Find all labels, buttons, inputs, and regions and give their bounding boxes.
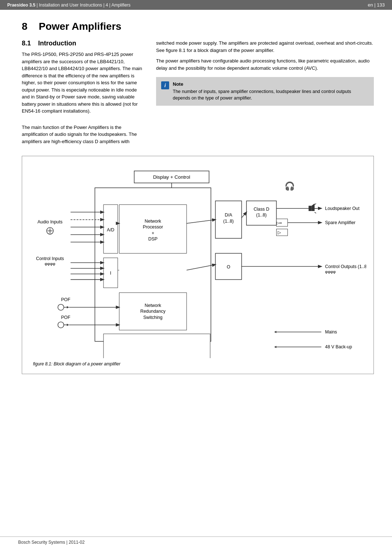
main-content: 8 Power Amplifiers 8.1 Introduction The … <box>0 10 392 392</box>
block-diagram: Display + Control Network Processor + DS… <box>29 163 366 358</box>
svg-text:Display + Control: Display + Control <box>153 174 190 180</box>
brand-name: Praesideo 3.5 <box>7 3 35 8</box>
svg-text:Processor: Processor <box>143 224 163 230</box>
svg-text:Control Inputs: Control Inputs <box>36 256 64 261</box>
svg-text:(1..8): (1..8) <box>223 219 234 224</box>
svg-marker-45 <box>67 306 69 308</box>
svg-point-48 <box>58 322 64 328</box>
svg-marker-74 <box>274 331 276 333</box>
svg-text:(1..8): (1..8) <box>256 212 267 218</box>
header-section-name: Amplifiers <box>111 3 131 8</box>
svg-text:A/D: A/D <box>107 227 114 232</box>
chapter-title-space <box>30 21 36 32</box>
note-title: Note <box>173 81 369 87</box>
page-footer: Bosch Security Systems | 2011-02 <box>0 536 392 548</box>
svg-rect-57 <box>309 206 311 211</box>
section-title: Introduction <box>38 40 76 47</box>
svg-text:🎧: 🎧 <box>285 181 295 191</box>
svg-line-61 <box>315 212 316 213</box>
note-text: The number of inputs, spare amplifier co… <box>173 88 369 101</box>
right-para1: switched mode power supply. The amplifie… <box>156 40 374 54</box>
right-para2: The power amplifiers have configurable a… <box>156 57 374 72</box>
header-section-num: 4 <box>106 3 108 8</box>
svg-text:D/A: D/A <box>225 212 232 218</box>
lang-label: en <box>368 2 373 8</box>
svg-text:O: O <box>227 264 230 270</box>
svg-text:Mains: Mains <box>325 329 337 335</box>
footer-date: 2011-02 <box>69 540 85 545</box>
diagram-container: Display + Control Network Processor + DS… <box>22 156 374 374</box>
svg-text:Network: Network <box>145 219 162 224</box>
intro-section: 8.1 Introduction The PRS-1P500, PRS-2P25… <box>22 40 374 149</box>
svg-rect-16 <box>103 334 210 358</box>
svg-text:Loudspeaker Out: Loudspeaker Out <box>325 206 360 211</box>
header-title: Praesideo 3.5 | Installation and User In… <box>7 3 131 8</box>
left-column: 8.1 Introduction The PRS-1P500, PRS-2P25… <box>22 40 145 149</box>
diagram-caption: figure 8.1: Block diagram of a power amp… <box>33 361 366 366</box>
right-column: switched mode power supply. The amplifie… <box>156 40 374 149</box>
svg-text:POF: POF <box>61 315 70 320</box>
svg-text:Control Outputs (1..8): Control Outputs (1..8) <box>325 264 366 269</box>
note-content: Note The number of inputs, spare amplifi… <box>173 81 369 101</box>
page-number: en | 133 <box>368 2 385 8</box>
svg-text:Spare Amplifier: Spare Amplifier <box>325 220 356 225</box>
svg-point-43 <box>58 304 64 310</box>
svg-text:+: + <box>152 231 154 236</box>
intro-para1: The PRS-1P500, PRS-2P250 and PRS-4P125 p… <box>22 51 145 115</box>
svg-marker-50 <box>67 324 69 326</box>
svg-text:Switching: Switching <box>143 315 163 320</box>
header-subtitle: Installation and User Instructions <box>39 3 102 8</box>
info-icon: i <box>161 81 169 89</box>
svg-text:▷: ▷ <box>278 230 281 235</box>
chapter-number: 8 <box>22 21 28 32</box>
svg-text:POF: POF <box>61 297 70 302</box>
svg-text:φφφφ: φφφφ <box>325 270 336 274</box>
footer-company: Bosch Security Systems <box>18 540 65 545</box>
svg-line-59 <box>315 203 316 204</box>
page-header: Praesideo 3.5 | Installation and User In… <box>0 0 392 10</box>
svg-text:Redundancy: Redundancy <box>140 309 166 314</box>
svg-text:Audio Inputs: Audio Inputs <box>37 219 62 224</box>
svg-text:Class D: Class D <box>254 207 269 212</box>
svg-marker-58 <box>311 203 314 211</box>
svg-line-54 <box>242 212 246 218</box>
svg-text:48 V Back-up: 48 V Back-up <box>325 344 352 349</box>
note-box: i Note The number of inputs, spare ampli… <box>156 77 374 106</box>
chapter-title: 8 Power Amplifiers <box>22 21 374 32</box>
page-num-value: 133 <box>377 2 385 8</box>
intro-para2: The main function of the Power Amplifier… <box>22 124 145 145</box>
svg-marker-77 <box>274 346 276 348</box>
section-heading-space <box>33 40 36 47</box>
svg-text:Network: Network <box>145 303 162 308</box>
section-heading: 8.1 Introduction <box>22 40 145 47</box>
svg-text:▷∞: ▷∞ <box>277 221 282 225</box>
svg-text:DSP: DSP <box>148 236 158 242</box>
svg-text:I: I <box>110 271 111 276</box>
section-number: 8.1 <box>22 40 31 47</box>
svg-text:φφφφ: φφφφ <box>45 262 55 266</box>
chapter-title-text: Power Amplifiers <box>39 21 122 32</box>
